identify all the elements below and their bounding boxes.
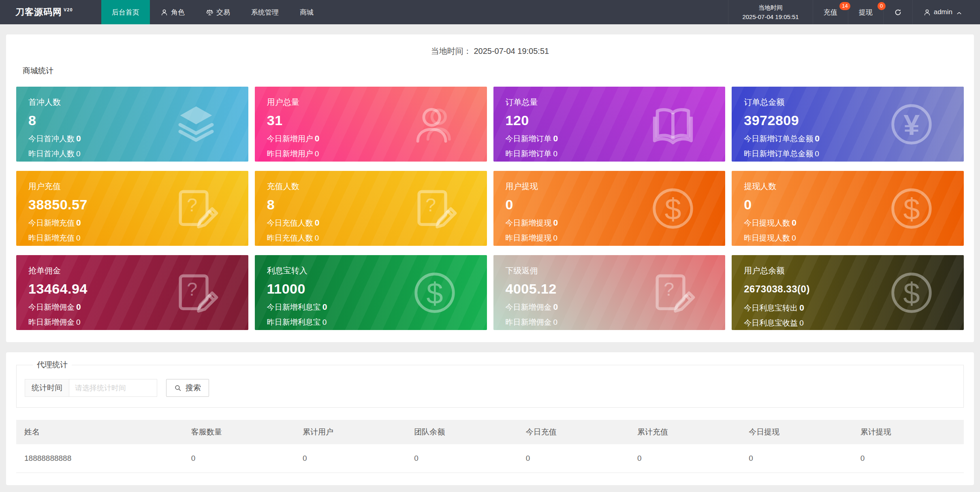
stat-card-line2: 今日提现人数0 [744, 218, 964, 228]
stat-card-line3: 昨日新增订单总金额0 [744, 149, 964, 159]
menu-item-角色[interactable]: 角色 [150, 0, 195, 24]
stat-card-line2: 今日新增提现0 [506, 218, 726, 228]
stat-card-用户充值: 用户充值38850.57今日新增充值0昨日新增充值0? [16, 171, 248, 246]
stat-card-订单总量: 订单总量120今日新增订单0昨日新增订单0 [493, 87, 726, 162]
stat-card-line3: 昨日新增用户0 [267, 149, 487, 159]
scales-icon [206, 9, 214, 16]
table-header-累计提现: 累计提现 [852, 420, 964, 444]
stat-card-line3: 昨日充值人数0 [267, 233, 487, 243]
refresh-icon [894, 9, 902, 16]
stats-panel: 当地时间： 2025-07-04 19:05:51 商城统计 首冲人数8今日首冲… [6, 34, 974, 342]
stat-card-title: 用户提现 [506, 181, 726, 192]
menu-item-label: 商城 [300, 8, 314, 17]
username: admin [934, 8, 952, 16]
menu-item-后台首页[interactable]: 后台首页 [101, 0, 150, 24]
stat-card-value: 13464.94 [28, 281, 248, 297]
stat-card-line3: 昨日新增佣金0 [28, 317, 248, 328]
user-icon [923, 9, 931, 16]
chevron-up-icon [956, 9, 962, 15]
stat-time-label: 统计时间 [25, 379, 69, 397]
content-local-time: 当地时间： 2025-07-04 19:05:51 [16, 43, 964, 64]
stat-card-title: 利息宝转入 [267, 265, 487, 276]
stat-card-value: 8 [267, 197, 487, 213]
stat-card-line2: 今日新增利息宝0 [267, 302, 487, 313]
stat-card-line2: 今日新增用户0 [267, 134, 487, 144]
recharge-button-label: 充值 [824, 8, 837, 17]
user-icon [160, 9, 168, 16]
withdraw-button-label: 提现 [859, 8, 873, 17]
stat-card-line2: 今日新增充值0 [28, 218, 248, 228]
stat-card-用户提现: 用户提现0今日新增提现0昨日新增提现0$ [493, 171, 726, 246]
stat-card-抢单佣金: 抢单佣金13464.94今日新增佣金0昨日新增佣金0? [16, 255, 248, 330]
stat-card-title: 下级返佣 [506, 265, 726, 276]
agent-table-head: 姓名客服数量累计用户团队余额今日充值累计充值今日提现累计提现 [16, 420, 964, 444]
search-button[interactable]: 搜索 [166, 379, 209, 397]
stat-card-value: 3972809 [744, 113, 964, 128]
navbar-local-time: 当地时间 2025-07-04 19:05:51 [728, 0, 812, 24]
stat-card-title: 用户总量 [267, 97, 487, 108]
stat-card-value: 120 [506, 113, 726, 128]
agent-table-body: 188888888880000000 [16, 444, 964, 473]
withdraw-button[interactable]: 提现 0 [848, 0, 883, 24]
stat-card-用户总余额: 用户总余额2673038.33(0)今日利息宝转出0今日利息宝收益0$ [732, 255, 964, 330]
stat-time-input[interactable] [69, 379, 157, 397]
stat-card-line3: 昨日新增利息宝0 [267, 317, 487, 328]
table-header-今日提现: 今日提现 [741, 420, 852, 444]
recharge-button[interactable]: 充值 14 [813, 0, 848, 24]
stat-card-利息宝转入: 利息宝转入11000今日新增利息宝0昨日新增利息宝0$ [255, 255, 487, 330]
table-cell: 0 [183, 444, 295, 473]
refresh-button[interactable] [883, 0, 912, 24]
table-header-今日充值: 今日充值 [518, 420, 629, 444]
search-icon [174, 384, 182, 392]
table-cell: 0 [852, 444, 964, 473]
agent-fieldset: 代理统计 统计时间 搜索 [16, 360, 964, 408]
main-menu: 后台首页角色交易系统管理商城 [101, 0, 728, 24]
navbar-local-time-label: 当地时间 [758, 3, 783, 12]
stat-card-line2: 今日新增订单0 [506, 134, 726, 144]
stat-card-title: 提现人数 [744, 181, 964, 192]
stat-card-title: 用户总余额 [744, 265, 964, 276]
table-cell: 0 [295, 444, 406, 473]
menu-item-交易[interactable]: 交易 [195, 0, 241, 24]
navbar-right: 当地时间 2025-07-04 19:05:51 充值 14 提现 0 [728, 0, 980, 24]
agent-filter-row: 统计时间 搜索 [25, 379, 955, 397]
stat-card-首冲人数: 首冲人数8今日首冲人数0昨日首冲人数0 [16, 87, 248, 162]
stat-card-line2: 今日首冲人数0 [28, 134, 248, 144]
stat-card-line2: 今日充值人数0 [267, 218, 487, 228]
agent-panel: 代理统计 统计时间 搜索 姓名客服数量累计用户团队余额今日充值累计充值今日提现累… [6, 352, 974, 485]
top-navbar: 刀客源码网 V20 后台首页角色交易系统管理商城 当地时间 2025-07-04… [0, 0, 980, 24]
menu-item-系统管理[interactable]: 系统管理 [241, 0, 289, 24]
menu-item-商城[interactable]: 商城 [289, 0, 324, 24]
stat-card-value: 11000 [267, 281, 487, 297]
stat-card-充值人数: 充值人数8今日充值人数0昨日充值人数0? [255, 171, 487, 246]
stat-card-下级返佣: 下级返佣4005.12今日新增佣金0昨日新增佣金0? [493, 255, 726, 330]
agent-section-title: 代理统计 [33, 360, 72, 370]
stat-card-line2: 今日新增订单总金额0 [744, 134, 964, 144]
stat-card-title: 抢单佣金 [28, 265, 248, 276]
stats-grid: 首冲人数8今日首冲人数0昨日首冲人数0用户总量31今日新增用户0昨日新增用户0订… [16, 87, 964, 330]
menu-item-label: 系统管理 [251, 8, 279, 17]
stat-card-title: 订单总金额 [744, 97, 964, 108]
table-cell: 18888888888 [16, 444, 183, 473]
stat-card-提现人数: 提现人数0今日提现人数0昨日提现人数0$ [732, 171, 964, 246]
navbar-local-time-value: 2025-07-04 19:05:51 [742, 12, 799, 21]
stat-card-value: 0 [506, 197, 726, 213]
table-cell: 0 [518, 444, 629, 473]
stat-card-value: 31 [267, 113, 487, 128]
stats-section-title: 商城统计 [23, 66, 964, 76]
stat-card-value: 38850.57 [28, 197, 248, 213]
table-header-团队余额: 团队余额 [406, 420, 517, 444]
stat-card-value: 8 [28, 113, 248, 128]
user-menu[interactable]: admin [912, 0, 973, 24]
table-header-累计充值: 累计充值 [629, 420, 741, 444]
stat-card-line3: 今日利息宝收益0 [744, 318, 964, 328]
stat-card-value: 0 [744, 197, 964, 213]
table-header-累计用户: 累计用户 [295, 420, 406, 444]
stat-card-line3: 昨日提现人数0 [744, 233, 964, 243]
stat-card-title: 用户充值 [28, 181, 248, 192]
app-logo-text: 刀客源码网 [15, 6, 62, 18]
table-header-姓名: 姓名 [16, 420, 183, 444]
stat-card-title: 充值人数 [267, 181, 487, 192]
search-button-label: 搜索 [186, 383, 201, 393]
stat-card-line3: 昨日新增提现0 [506, 233, 726, 243]
